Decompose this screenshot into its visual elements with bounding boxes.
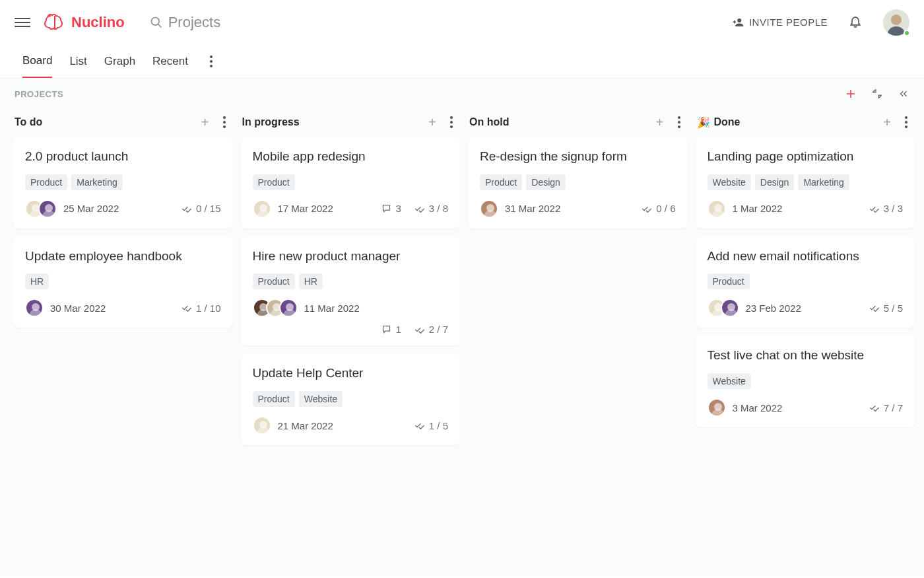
board-column: In progress + Mobile app redesign Produc… bbox=[241, 110, 461, 562]
assignees bbox=[253, 199, 271, 218]
checklist-progress: 3 / 8 bbox=[414, 203, 448, 214]
card[interactable]: Re-design the signup form ProductDesign … bbox=[468, 137, 688, 229]
card[interactable]: 2.0 product launch ProductMarketing 25 M… bbox=[13, 137, 233, 229]
assignee-avatar bbox=[38, 199, 57, 218]
card-tags: HR bbox=[25, 273, 221, 289]
card-tags: Website bbox=[708, 373, 904, 389]
invite-people-button[interactable]: INVITE PEOPLE bbox=[732, 17, 828, 28]
card[interactable]: Update Help Center ProductWebsite 21 Mar… bbox=[241, 353, 461, 445]
hamburger-menu-icon[interactable] bbox=[15, 15, 30, 30]
tag: Website bbox=[708, 373, 751, 389]
card-date: 30 Mar 2022 bbox=[50, 303, 106, 314]
tag: Product bbox=[480, 174, 522, 190]
tag: HR bbox=[299, 273, 323, 289]
card-date: 11 Mar 2022 bbox=[304, 303, 360, 314]
card-tags: ProductHR bbox=[253, 273, 449, 289]
notifications-button[interactable] bbox=[849, 14, 862, 31]
assignees bbox=[253, 299, 298, 317]
card-title: 2.0 product launch bbox=[25, 149, 221, 165]
assignee-avatar bbox=[253, 416, 271, 435]
search-placeholder: Projects bbox=[168, 14, 220, 31]
tag: Product bbox=[253, 273, 295, 289]
invite-label: INVITE PEOPLE bbox=[749, 17, 828, 28]
brain-icon bbox=[44, 13, 66, 32]
person-add-icon bbox=[732, 17, 744, 28]
card[interactable]: Update employee handbook HR 30 Mar 2022 … bbox=[13, 236, 233, 328]
user-menu[interactable] bbox=[883, 9, 909, 36]
tag: Website bbox=[708, 174, 751, 190]
card[interactable]: Test live chat on the website Website 3 … bbox=[696, 336, 915, 427]
column-more-button[interactable] bbox=[900, 116, 912, 128]
board-subheader: PROJECTS bbox=[0, 79, 924, 106]
column-title: 🎉Done bbox=[697, 116, 741, 129]
checklist-progress: 3 / 3 bbox=[869, 203, 903, 214]
add-column-button[interactable] bbox=[845, 88, 857, 100]
add-card-button[interactable]: + bbox=[883, 116, 891, 129]
tag: Website bbox=[299, 391, 343, 407]
topbar: Nuclino Projects INVITE PEOPLE bbox=[0, 0, 924, 44]
search-icon bbox=[150, 16, 163, 29]
view-tabs: Board List Graph Recent bbox=[0, 44, 924, 79]
assignees bbox=[708, 299, 739, 317]
card-tags: WebsiteDesignMarketing bbox=[708, 174, 904, 190]
tab-board[interactable]: Board bbox=[22, 45, 52, 78]
comments-count: 1 bbox=[381, 324, 401, 335]
card-footer: 30 Mar 2022 1 / 10 bbox=[25, 299, 221, 317]
svg-point-2 bbox=[737, 18, 741, 22]
column-header: 🎉Done + bbox=[696, 110, 915, 137]
card-footer: 17 Mar 2022 33 / 8 bbox=[253, 199, 449, 218]
card-date: 23 Feb 2022 bbox=[746, 303, 801, 314]
tag: Marketing bbox=[71, 174, 122, 190]
plus-icon bbox=[845, 88, 857, 100]
svg-point-0 bbox=[151, 17, 159, 25]
assignee-avatar bbox=[721, 299, 739, 317]
card-footer-row2: 12 / 7 bbox=[253, 324, 449, 335]
card-tags: ProductMarketing bbox=[25, 174, 221, 190]
card-footer: 25 Mar 2022 0 / 15 bbox=[25, 199, 221, 218]
tag: Product bbox=[253, 174, 295, 190]
tab-list[interactable]: List bbox=[69, 46, 86, 77]
card-title: Update employee handbook bbox=[25, 248, 221, 265]
tag: Product bbox=[25, 174, 67, 190]
tag: Marketing bbox=[798, 174, 849, 190]
card-footer: 3 Mar 2022 7 / 7 bbox=[708, 398, 904, 417]
bell-icon bbox=[849, 14, 862, 28]
tab-recent[interactable]: Recent bbox=[152, 46, 188, 77]
assignee-avatar bbox=[25, 299, 44, 317]
logo[interactable]: Nuclino bbox=[44, 13, 125, 32]
card[interactable]: Hire new product manager ProductHR 11 Ma… bbox=[241, 236, 461, 346]
card[interactable]: Add new email notifications Product 23 F… bbox=[696, 236, 915, 328]
assignees bbox=[25, 199, 57, 218]
card-title: Hire new product manager bbox=[253, 248, 449, 265]
add-card-button[interactable]: + bbox=[201, 116, 209, 129]
add-card-button[interactable]: + bbox=[656, 116, 664, 129]
collapse-panel-button[interactable] bbox=[898, 88, 909, 100]
assignee-avatar bbox=[480, 199, 498, 218]
checklist-progress: 5 / 5 bbox=[869, 303, 903, 314]
card-footer: 1 Mar 2022 3 / 3 bbox=[708, 199, 904, 218]
tab-graph[interactable]: Graph bbox=[104, 46, 135, 77]
column-emoji: 🎉 bbox=[697, 116, 710, 129]
card-tags: ProductWebsite bbox=[253, 391, 449, 407]
checklist-progress: 1 / 10 bbox=[182, 303, 221, 314]
tabs-more-button[interactable] bbox=[205, 55, 217, 67]
column-more-button[interactable] bbox=[673, 116, 685, 128]
column-header: In progress + bbox=[241, 110, 461, 137]
card[interactable]: Mobile app redesign Product 17 Mar 2022 … bbox=[241, 137, 461, 229]
column-more-button[interactable] bbox=[446, 116, 457, 128]
add-card-button[interactable]: + bbox=[428, 116, 436, 129]
search[interactable]: Projects bbox=[150, 14, 220, 31]
card-footer: 23 Feb 2022 5 / 5 bbox=[708, 299, 904, 317]
checklist-progress: 0 / 6 bbox=[642, 203, 675, 214]
board-column: On hold + Re-design the signup form Prod… bbox=[468, 110, 688, 562]
tag: Design bbox=[526, 174, 566, 190]
card-date: 31 Mar 2022 bbox=[505, 203, 560, 214]
card[interactable]: Landing page optimization WebsiteDesignM… bbox=[696, 137, 915, 229]
assignees bbox=[480, 199, 498, 218]
column-more-button[interactable] bbox=[218, 116, 230, 128]
collapse-columns-button[interactable] bbox=[871, 88, 883, 100]
card-tags: ProductDesign bbox=[480, 174, 676, 190]
card-title: Re-design the signup form bbox=[480, 149, 676, 165]
tag: Design bbox=[755, 174, 795, 190]
board-column: To do + 2.0 product launch ProductMarket… bbox=[13, 110, 233, 562]
